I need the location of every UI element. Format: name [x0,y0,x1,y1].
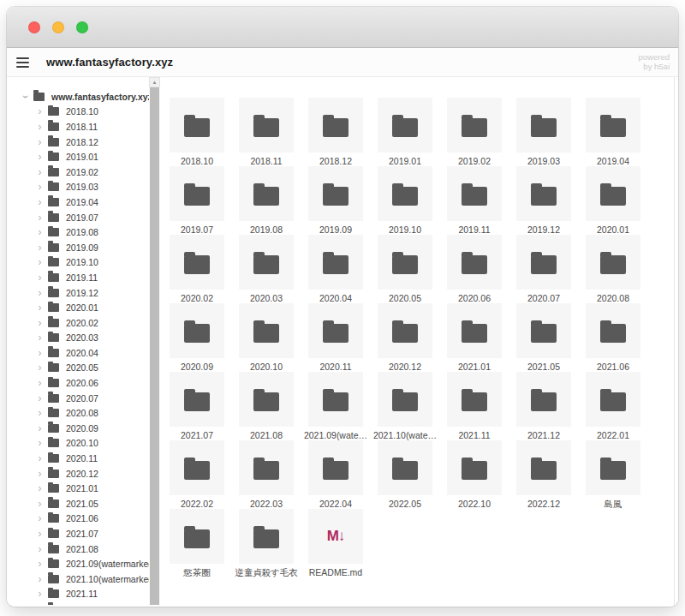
chevron-right-icon[interactable]: › [35,107,45,116]
grid-item-folder[interactable]: 2022.02 [170,440,224,509]
minimize-button[interactable] [52,21,64,33]
grid-item-folder[interactable]: 2019.04 [586,98,640,166]
grid-item-folder[interactable]: 2022.05 [378,440,432,509]
sidebar-item[interactable]: ›2018.11 [7,119,149,135]
grid-item-folder[interactable]: 2021.11 [447,372,502,440]
grid-item-folder[interactable]: 2020.01 [586,166,640,235]
grid-item-folder[interactable]: 2020.10 [239,303,294,372]
grid-item-folder[interactable]: 2021.08 [239,372,294,440]
grid-item-folder[interactable]: 2020.09 [170,303,224,372]
chevron-right-icon[interactable]: › [35,529,45,538]
chevron-right-icon[interactable]: › [35,198,45,206]
sidebar-item[interactable]: ›2019.08 [7,224,149,240]
grid-item-folder[interactable]: 2021.06 [586,303,640,372]
sidebar-item[interactable]: ›2020.04 [7,345,149,361]
grid-item-folder[interactable]: 2020.08 [586,235,640,303]
chevron-right-icon[interactable]: › [35,575,45,583]
chevron-right-icon[interactable]: › [35,168,45,176]
chevron-right-icon[interactable]: › [35,424,45,433]
sidebar-item[interactable]: ›2019.01 [7,149,149,164]
grid-item-file[interactable]: M↓README.md [308,509,363,577]
sidebar-item[interactable]: ›2020.02 [7,315,149,331]
grid-item-folder[interactable]: 2019.01 [378,98,432,166]
sidebar-item[interactable]: ›2020.10 [7,436,149,452]
sidebar-item[interactable]: ›2018.10 [7,105,149,120]
grid-item-folder[interactable]: 2020.06 [447,235,502,303]
chevron-right-icon[interactable]: › [35,499,45,508]
grid-item-folder[interactable]: 2018.11 [239,98,294,166]
sidebar-item[interactable]: ›2021.06 [7,511,149,527]
grid-item-folder[interactable]: 2020.11 [308,303,363,372]
sidebar-item[interactable]: ›2019.11 [7,270,149,285]
chevron-right-icon[interactable]: › [35,303,45,312]
sidebar-item[interactable]: ›2020.06 [7,375,149,391]
chevron-right-icon[interactable]: › [35,258,45,266]
chevron-right-icon[interactable]: › [35,333,45,342]
grid-item-folder[interactable]: 慾茶圈 [170,509,224,577]
sidebar-item[interactable]: ›2020.09 [7,421,149,436]
grid-item-folder[interactable]: 2020.04 [308,235,363,303]
chevron-right-icon[interactable]: › [35,394,45,403]
chevron-right-icon[interactable]: › [35,228,45,236]
chevron-right-icon[interactable]: › [35,439,45,447]
sidebar-item[interactable]: ›2019.03 [7,180,149,195]
zoom-button[interactable] [76,21,88,33]
sidebar-item[interactable]: ›2019.04 [7,194,149,210]
sidebar-item[interactable]: ›2021.10(watermarked) [7,571,149,587]
grid-item-folder[interactable]: 2021.09(wate… [308,372,363,440]
grid-item-folder[interactable]: 2019.08 [239,166,294,235]
grid-item-folder[interactable]: 2020.05 [378,235,432,303]
chevron-right-icon[interactable]: › [35,153,45,161]
sidebar-item[interactable]: ›2019.09 [7,240,149,255]
grid-item-folder[interactable]: 2019.03 [516,98,571,166]
sidebar-item[interactable]: ›2021.08 [7,541,149,557]
grid-item-folder[interactable]: 2019.10 [378,166,432,235]
sidebar-item[interactable]: ›2021.01 [7,481,149,496]
grid-item-folder[interactable]: 2019.07 [170,166,224,235]
sidebar-item[interactable]: ›2019.12 [7,285,149,301]
grid-item-folder[interactable]: 2022.10 [447,440,502,509]
chevron-right-icon[interactable]: › [35,409,45,417]
chevron-right-icon[interactable]: › [35,545,45,553]
grid-item-folder[interactable]: 島風 [586,440,640,509]
sidebar-item-root[interactable]: › www.fantasyfactory.xyz [7,89,149,105]
grid-item-folder[interactable]: 2019.09 [308,166,363,235]
chevron-right-icon[interactable]: › [35,273,45,282]
sidebar-item[interactable]: ›2021.05 [7,496,149,511]
chevron-right-icon[interactable]: › [35,123,45,131]
chevron-right-icon[interactable]: › [35,243,45,252]
grid-item-folder[interactable]: 2018.12 [308,98,363,166]
sidebar-item[interactable]: ›2018.12 [7,135,149,150]
grid-item-folder[interactable]: 2022.01 [586,372,640,440]
chevron-down-icon[interactable]: › [21,92,30,101]
sidebar-item[interactable]: ›2021.11 [7,587,149,602]
grid-item-folder[interactable]: 2021.01 [447,303,502,372]
sidebar-item[interactable]: ›2020.01 [7,300,149,315]
chevron-right-icon[interactable]: › [35,454,45,463]
grid-item-folder[interactable]: 2022.03 [239,440,294,509]
chevron-right-icon[interactable]: › [35,289,45,297]
close-button[interactable] [28,21,40,33]
hamburger-menu-icon[interactable] [16,53,39,72]
grid-item-folder[interactable]: 2021.10(wate… [378,372,432,440]
grid-item-folder[interactable]: 2019.02 [447,98,502,166]
grid-item-folder[interactable]: 2021.12 [516,372,571,440]
sidebar-item[interactable]: ›2020.07 [7,391,149,406]
grid-item-folder[interactable]: 2020.02 [170,235,224,303]
grid-item-folder[interactable]: 2021.07 [170,372,224,440]
sidebar-item[interactable]: ›2019.07 [7,210,149,225]
grid-item-folder[interactable]: 2018.10 [170,98,224,166]
chevron-right-icon[interactable]: › [35,559,45,568]
sidebar-item[interactable]: ›2019.02 [7,164,149,180]
chevron-right-icon[interactable]: › [35,213,45,222]
grid-item-folder[interactable]: 2020.07 [516,235,571,303]
sidebar-item[interactable]: ›2020.11 [7,451,149,466]
sidebar-item[interactable]: ›2019.10 [7,255,149,271]
sidebar-item[interactable]: ›2020.08 [7,405,149,421]
chevron-right-icon[interactable]: › [35,182,45,191]
chevron-right-icon[interactable]: › [35,138,45,147]
grid-item-folder[interactable]: 2022.12 [516,440,571,509]
sidebar-item[interactable]: ›2020.12 [7,466,149,481]
sidebar-item[interactable]: ›2021.09(watermarked) [7,556,149,571]
sidebar-item[interactable]: ›2020.05 [7,361,149,376]
